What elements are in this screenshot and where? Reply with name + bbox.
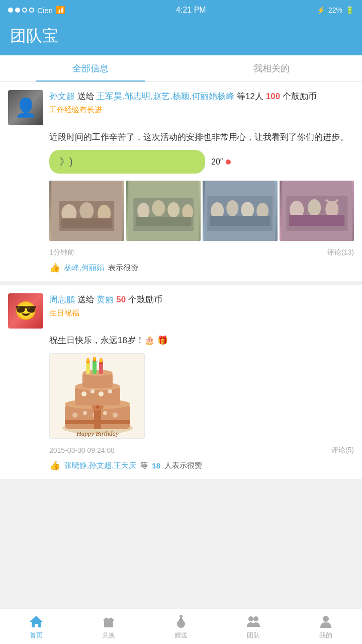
coin-label-1: 个鼓励币	[283, 92, 317, 101]
status-bar: Cien 📶 4:21 PM ⚡ 22% 🔋	[0, 0, 362, 20]
svg-point-10	[167, 202, 179, 217]
nav-gift-label: 赠送	[174, 631, 188, 640]
recipients-suffix-1: 等12人	[237, 92, 263, 101]
post-1-meta: 孙文超 送给 王军昊,邹志明,赵艺,杨颖,何丽娟杨峰 等12人 100 个鼓励币…	[49, 90, 354, 125]
sender-name-1[interactable]: 孙文超	[49, 92, 75, 101]
grid-img-3[interactable]	[203, 181, 278, 241]
me-icon	[318, 614, 333, 629]
svg-point-9	[152, 200, 165, 216]
post-1-comments[interactable]: 评论(13)	[327, 248, 354, 257]
like-suffix-2: 等	[140, 461, 148, 470]
gift-icon	[173, 614, 189, 629]
svg-rect-58	[99, 363, 103, 374]
tab-all[interactable]: 全部信息	[0, 55, 181, 82]
post-2-comments[interactable]: 评论(5)	[331, 446, 354, 455]
nav-home[interactable]: 首页	[0, 609, 72, 644]
audio-duration: 20″	[211, 157, 231, 167]
like-suffix-1: 表示很赞	[108, 263, 138, 273]
recipients-2: 黄丽	[97, 295, 114, 304]
battery-icon: 🔋	[345, 6, 354, 14]
dot3	[22, 8, 27, 13]
battery-label: 22%	[328, 6, 342, 14]
grid-img-4[interactable]	[280, 181, 354, 241]
tab-mine[interactable]: 我相关的	[181, 55, 362, 82]
svg-point-72	[253, 616, 258, 621]
feed: 孙文超 送给 王军昊,邹志明,赵艺,杨颖,何丽娟杨峰 等12人 100 个鼓励币…	[0, 82, 362, 523]
image-grid-1	[49, 181, 354, 241]
svg-point-57	[94, 357, 96, 360]
svg-point-47	[108, 389, 112, 393]
svg-rect-66	[108, 619, 110, 627]
svg-text:Happy Birthday: Happy Birthday	[76, 430, 119, 437]
svg-point-16	[226, 200, 238, 216]
avatar-zhouzhipeng[interactable]	[8, 293, 43, 329]
svg-point-33	[72, 413, 77, 418]
svg-marker-63	[30, 616, 43, 627]
team-icon	[246, 614, 261, 629]
avatar-sunwenchao[interactable]	[8, 90, 43, 125]
like-count-2: 18	[152, 461, 160, 470]
like-icon-1[interactable]: 👍	[49, 262, 60, 273]
birthday-image[interactable]: Happy Birthday	[49, 353, 145, 439]
svg-rect-19	[210, 216, 270, 226]
home-icon	[29, 614, 44, 629]
grid-img-1[interactable]	[49, 181, 124, 241]
send-verb-1: 送给	[77, 92, 97, 101]
send-verb-2: 送给	[77, 295, 97, 304]
like-count-suffix-2: 人表示很赞	[164, 461, 202, 470]
post-1-footer: 1分钟前 评论(13)	[49, 248, 354, 257]
svg-point-69	[179, 615, 183, 618]
svg-point-53	[87, 359, 89, 362]
nav-exchange[interactable]: 兑换	[72, 609, 145, 644]
wifi-icon: 📶	[56, 6, 65, 15]
audio-player-1[interactable]: 》) 20″	[49, 150, 354, 174]
carrier-label: Cien	[37, 6, 53, 15]
signal-dots	[8, 8, 34, 13]
nav-team[interactable]: 团队	[217, 609, 290, 644]
coin-count-1: 100	[266, 92, 283, 101]
coin-count-2: 50	[116, 295, 128, 304]
svg-point-46	[99, 391, 104, 396]
post-1-header: 孙文超 送给 王军昊,邹志明,赵艺,杨颖,何丽娟杨峰 等12人 100 个鼓励币…	[8, 90, 354, 125]
status-left: Cien 📶	[8, 6, 65, 15]
svg-point-73	[323, 616, 329, 622]
svg-point-61	[100, 359, 102, 362]
post-2-meta: 周志鹏 送给 黄丽 50 个鼓励币 生日祝福	[49, 293, 354, 329]
svg-rect-12	[136, 217, 191, 226]
svg-point-44	[81, 391, 86, 396]
nav-exchange-label: 兑换	[102, 631, 115, 640]
audio-wave-icon: 》)	[59, 155, 73, 169]
svg-point-36	[103, 411, 107, 415]
bottom-nav: 首页 兑换 赠送 团队	[0, 609, 362, 644]
like-icon-2[interactable]: 👍	[49, 460, 60, 471]
post-2-footer: 2015-03-30 09:24:08 评论(5)	[49, 446, 354, 455]
svg-point-24	[308, 199, 321, 216]
sender-name-2[interactable]: 周志鹏	[49, 295, 75, 304]
grid-img-2[interactable]	[126, 181, 201, 241]
svg-point-34	[83, 411, 87, 415]
nav-team-label: 团队	[247, 631, 260, 640]
nav-gift[interactable]: 赠送	[145, 609, 217, 644]
svg-point-17	[241, 202, 254, 218]
post-2-time: 2015-03-30 09:24:08	[49, 446, 115, 454]
post-1-sendline: 孙文超 送给 王军昊,邹志明,赵艺,杨颖,何丽娟杨峰 等12人 100 个鼓励币	[49, 90, 354, 103]
post-2-header: 周志鹏 送给 黄丽 50 个鼓励币 生日祝福	[8, 293, 354, 329]
like-names-2: 张晓静,孙文超,王天庆	[64, 461, 136, 470]
svg-point-45	[90, 389, 95, 393]
svg-rect-50	[86, 363, 90, 374]
svg-point-71	[248, 616, 253, 621]
post-1-likes: 👍 杨峰,何丽娟 表示很赞	[49, 262, 354, 273]
post-1-time: 1分钟前	[49, 248, 74, 257]
nav-me[interactable]: 我的	[290, 609, 362, 644]
audio-bar[interactable]: 》)	[49, 150, 205, 174]
exchange-icon	[101, 614, 116, 629]
clock: 4:21 PM	[176, 6, 206, 15]
dot2	[15, 8, 20, 13]
svg-point-37	[113, 413, 118, 418]
dot1	[8, 8, 13, 13]
dot4	[29, 8, 34, 13]
app-header: 团队宝	[0, 20, 362, 55]
svg-rect-54	[93, 361, 97, 374]
audio-recording-dot	[226, 159, 231, 165]
svg-rect-5	[61, 218, 112, 228]
